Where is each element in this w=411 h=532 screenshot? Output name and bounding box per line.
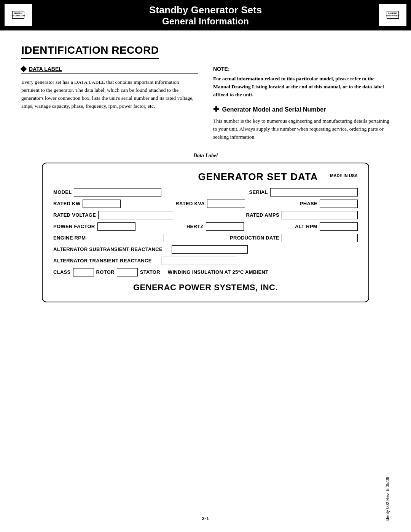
label-model: MODEL	[53, 189, 72, 195]
card-row-model-serial: MODEL SERIAL	[53, 188, 358, 197]
field-rated-voltage[interactable]	[98, 211, 174, 219]
page-footer: 2-1 Identy 002 Rev. B 05/06	[0, 477, 411, 521]
field-production-date[interactable]	[282, 234, 358, 242]
card-row-enginerpm-proddate: ENGINE RPM PRODUCTION DATE	[53, 234, 358, 242]
main-content: IDENTIFICATION RECORD DATA LABEL Every g…	[0, 30, 411, 333]
field-class[interactable]	[73, 268, 94, 276]
note-heading: NOTE:	[213, 66, 390, 72]
header-title-line2: General Information	[32, 16, 379, 27]
field-hertz[interactable]	[206, 222, 244, 231]
gen-model-body: This number is the key to numerous engin…	[213, 117, 390, 141]
card-title-row: GENERATOR SET DATA MADE IN USA	[53, 171, 358, 183]
left-column: DATA LABEL Every generator set has a DAT…	[21, 66, 198, 141]
label-phase: PHASE	[300, 201, 317, 206]
badge-icon-left: GENERALINFORMATION	[12, 11, 24, 19]
card-row-transient: ALTERNATOR TRANSIENT REACTANCE	[53, 257, 358, 265]
label-rated-voltage: RATED VOLTAGE	[53, 212, 96, 218]
field-rated-kw[interactable]	[83, 200, 121, 208]
card-row-pf-hertz-altrpm: POWER FACTOR HERTZ ALT RPM	[53, 222, 358, 231]
field-alt-rpm[interactable]	[320, 222, 358, 231]
identification-title: IDENTIFICATION RECORD	[21, 44, 159, 59]
field-rotor[interactable]	[117, 268, 138, 276]
data-label-heading: DATA LABEL	[21, 66, 198, 74]
label-power-factor: POWER FACTOR	[53, 224, 95, 229]
label-class: CLASS	[53, 269, 71, 275]
field-subtransient[interactable]	[172, 245, 248, 254]
card-title: GENERATOR SET DATA	[190, 171, 327, 183]
note-text: For actual information related to this p…	[213, 75, 390, 99]
label-transient: ALTERNATOR TRANSIENT REACTANCE	[53, 258, 152, 264]
field-rated-kva[interactable]	[207, 200, 245, 208]
label-stator: STATOR	[140, 269, 160, 275]
right-column: NOTE: For actual information related to …	[213, 66, 390, 141]
diamond-icon	[21, 66, 27, 72]
field-rated-amps[interactable]	[282, 211, 358, 219]
label-subtransient: ALTERNATOR SUBTRANSIENT REACTANCE	[53, 246, 162, 252]
made-in-usa: MADE IN USA	[330, 173, 358, 178]
gen-model-heading: ✚ Generator Model and Serial Number	[213, 105, 390, 113]
card-row-voltage-amps: RATED VOLTAGE RATED AMPS	[53, 211, 358, 219]
two-col-section: DATA LABEL Every generator set has a DAT…	[21, 66, 390, 141]
label-alt-rpm: ALT RPM	[295, 224, 317, 229]
label-serial: SERIAL	[249, 189, 268, 195]
header-title: Standby Generator Sets General Informati…	[32, 4, 379, 27]
label-rated-kw: RATED KW	[53, 201, 80, 206]
field-phase[interactable]	[320, 200, 358, 208]
data-label-caption: Data Label	[21, 153, 390, 159]
card-row-class-rotor-stator: CLASS ROTOR STATOR WINDING INSULATION AT…	[53, 268, 358, 276]
gen-model-heading-text: Generator Model and Serial Number	[222, 106, 326, 113]
badge-icon-right: GENERALINFORMATION	[387, 11, 399, 19]
label-rotor: ROTOR	[96, 269, 115, 275]
field-transient[interactable]	[161, 257, 237, 265]
plus-icon: ✚	[213, 105, 219, 113]
label-hertz: HERTZ	[186, 224, 204, 229]
page-number: 2-1	[202, 516, 209, 521]
field-model[interactable]	[74, 188, 161, 197]
field-power-factor[interactable]	[97, 222, 135, 231]
page-header: GENERALINFORMATION Standby Generator Set…	[0, 0, 411, 30]
header-badge-right: GENERALINFORMATION	[379, 4, 406, 26]
field-serial[interactable]	[270, 188, 358, 197]
header-title-line1: Standby Generator Sets	[32, 4, 379, 16]
label-rated-amps: RATED AMPS	[246, 212, 280, 218]
field-engine-rpm[interactable]	[88, 234, 164, 242]
label-engine-rpm: ENGINE RPM	[53, 235, 86, 241]
label-rated-kva: RATED KVA	[175, 201, 205, 206]
data-label-body: Every generator set has a DATA LABEL tha…	[21, 78, 198, 110]
data-label-heading-text: DATA LABEL	[29, 66, 62, 72]
generator-data-card: GENERATOR SET DATA MADE IN USA MODEL SER…	[42, 163, 369, 302]
label-winding-insulation: WINDING INSULATION AT 25°C AMBIENT	[168, 269, 269, 275]
label-production-date: PRODUCTION DATE	[230, 235, 279, 241]
header-badge-left: GENERALINFORMATION	[5, 4, 32, 26]
card-row-subtransient: ALTERNATOR SUBTRANSIENT REACTANCE	[53, 245, 358, 254]
footer-doc-info: Identy 002 Rev. B 05/06	[385, 477, 390, 521]
card-row-kw-kva-phase: RATED KW RATED KVA PHASE	[53, 200, 358, 208]
card-footer: GENERAC POWER SYSTEMS, INC.	[53, 283, 358, 292]
